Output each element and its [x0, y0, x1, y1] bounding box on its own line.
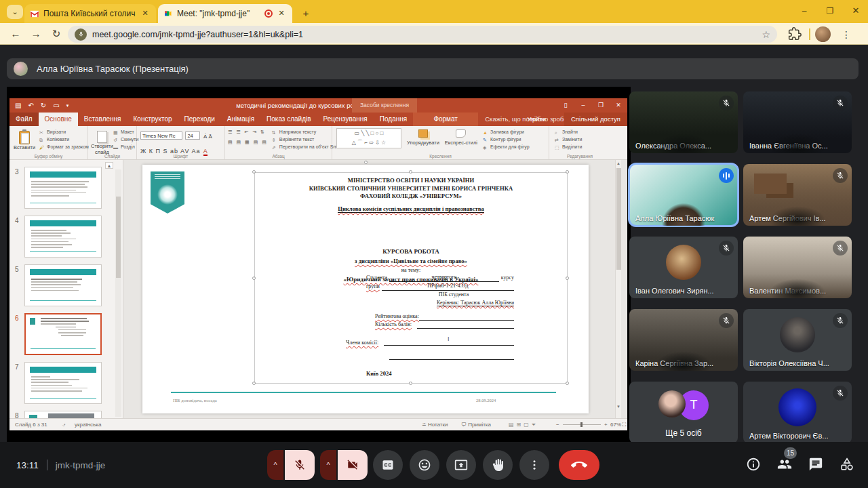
ppt-tab-transitions[interactable]: Переходи [178, 113, 221, 126]
ppt-tab-slideshow[interactable]: Показ слайдів [260, 113, 317, 126]
shapes-gallery[interactable]: ▭ ╲ ╲ □ ○ □ △ ⌒ ⌐ ⇨ ⇩ ☆ [336, 128, 401, 148]
slide-thumbnail-8[interactable] [24, 411, 102, 418]
tab-meet-close-icon[interactable]: ✕ [276, 8, 287, 19]
shape-outline-button[interactable]: ✎Контур фігури [483, 136, 530, 143]
font-size-select[interactable]: 24 [185, 131, 200, 140]
bookmark-star-icon[interactable]: ☆ [762, 29, 770, 40]
scroll-down-icon[interactable]: ▼ [616, 405, 621, 409]
new-slide-button[interactable]: Створити слайд [91, 128, 113, 155]
more-options-button[interactable] [519, 450, 549, 480]
zoom-out-icon[interactable]: − [556, 419, 559, 430]
chat-panel-button[interactable] [808, 457, 825, 473]
thumb-collapse-icon[interactable]: ▲ [105, 162, 113, 169]
grow-shrink-font-icons[interactable]: А́ А̌ [203, 134, 212, 140]
thumbnail-scrollbar[interactable] [115, 169, 121, 417]
zoom-slider[interactable] [563, 424, 601, 425]
participant-tile[interactable]: Артем Сергійович Ів... [743, 164, 852, 226]
ppt-tab-animations[interactable]: Анімація [221, 113, 260, 126]
fit-slide-icon[interactable]: ⛶ [622, 419, 626, 430]
layout-button[interactable]: ▦Макет [113, 128, 139, 136]
url-text[interactable]: meet.google.com/jmk-tpmd-jje?authuser=1&… [92, 30, 757, 39]
raise-hand-button[interactable] [483, 450, 513, 480]
participant-tile[interactable]: Артем Вікторович Єв... [743, 382, 852, 443]
replace-button[interactable]: ⇄Замінити [555, 136, 610, 143]
slide-thumbnail-3[interactable] [24, 167, 102, 209]
ppt-restore-button[interactable]: ❐ [592, 98, 610, 113]
ppt-tab-view[interactable]: Подання [374, 113, 413, 126]
language-indicator[interactable]: українська [75, 419, 101, 430]
browser-menu-icon[interactable]: ⋮ [840, 26, 853, 43]
participant-tile-speaking[interactable]: Алла Юріївна Тарасюк [629, 164, 738, 226]
copy-button[interactable]: ⧉Копіювати [39, 136, 89, 143]
more-participants-tile[interactable]: T Ще 5 осіб [629, 382, 738, 443]
view-buttons[interactable]: ▤⊞▢⏷ [509, 419, 538, 430]
profile-avatar[interactable] [815, 26, 831, 42]
slide-thumbnail-5[interactable] [24, 264, 102, 306]
end-call-button[interactable] [559, 450, 599, 480]
forward-button[interactable]: → [27, 26, 45, 42]
ppt-sign-in[interactable]: Увійти [527, 113, 546, 126]
canvas-scrollbar[interactable]: ▲ ▼ [615, 160, 621, 418]
shape-fill-button[interactable]: ▲Заливка фігури [483, 128, 530, 136]
notes-button[interactable]: ≐ Нотатки [422, 419, 448, 430]
participant-tile[interactable]: Олександра Олекса... [629, 92, 738, 153]
participant-tile[interactable]: Каріна Сергіївна Зар... [629, 309, 738, 371]
cut-button[interactable]: ✂Вирізати [39, 128, 89, 136]
reactions-button[interactable] [410, 450, 439, 480]
address-bar[interactable]: meet.google.com/jmk-tpmd-jje?authuser=1&… [68, 26, 777, 43]
ppt-tab-format[interactable]: Формат [413, 113, 478, 126]
ppt-minimize-button[interactable]: – [574, 98, 592, 113]
mic-options-chevron-icon[interactable]: ^ [267, 450, 283, 480]
tab-gmail-close-icon[interactable]: ✕ [140, 8, 151, 19]
participant-tile[interactable]: Іван Олегович Зирян... [629, 237, 738, 298]
ppt-tab-review[interactable]: Рецензування [317, 113, 374, 126]
ppt-ribbon-options-icon[interactable]: ▯ [557, 98, 574, 113]
activities-button[interactable] [840, 457, 856, 473]
ppt-tab-design[interactable]: Конструктор [127, 113, 178, 126]
mic-off-button[interactable] [285, 450, 315, 480]
meeting-details-button[interactable] [746, 457, 762, 473]
font-name-select[interactable]: Times New Rc [140, 131, 182, 140]
reset-button[interactable]: ↺Скинути [113, 136, 139, 143]
slide-thumbnail-7[interactable] [24, 362, 102, 404]
zoom-level[interactable]: 67% [610, 419, 621, 430]
ppt-tab-home[interactable]: Основне [39, 113, 78, 126]
participant-tile[interactable]: Валентин Максимов... [743, 237, 852, 298]
participant-tile[interactable]: Іванна Євгеніївна Ос... [743, 92, 852, 153]
ppt-tab-file[interactable]: Файл [9, 113, 39, 126]
tab-gmail[interactable]: Пошта Київський столичний у ✕ [24, 4, 156, 23]
scroll-up-icon[interactable]: ▲ [616, 160, 621, 167]
tab-meet[interactable]: Meet: "jmk-tpmd-jje" ✕ [158, 4, 292, 23]
window-minimize-button[interactable]: – [791, 0, 818, 23]
reload-button[interactable]: ↻ [47, 26, 65, 42]
spellcheck-icon[interactable]: ⍻ [62, 419, 65, 430]
list-indent-buttons[interactable]: ☰ ☰ ⇤ ⇥ ⇅ [228, 128, 268, 136]
slide-6[interactable]: МІНІСТЕРСТВО ОСВІТИ І НАУКИ УКРАЇНИ КИЇВ… [142, 165, 589, 413]
zoom-in-icon[interactable]: + [604, 419, 608, 430]
present-button[interactable] [446, 450, 476, 480]
extensions-icon[interactable] [788, 27, 803, 42]
captions-button[interactable] [373, 450, 403, 480]
slide-thumbnail-panel[interactable]: ▲ 3 4 5 [9, 160, 123, 418]
shape-effects-button[interactable]: ◈Ефекти для фігур [483, 143, 530, 150]
camera-off-button[interactable] [338, 450, 368, 480]
select-button[interactable]: ⬚Виділити [555, 143, 610, 150]
ppt-close-button[interactable]: ✕ [610, 98, 627, 113]
new-tab-button[interactable]: + [298, 6, 313, 21]
back-button[interactable]: ← [7, 26, 24, 42]
paste-button[interactable]: Вставити [14, 128, 35, 150]
arrange-button[interactable]: Упорядкувати [407, 126, 439, 146]
participant-tile[interactable]: Вікторія Олексіївна Ч... [743, 309, 852, 371]
window-close-button[interactable]: ✕ [842, 0, 868, 23]
ppt-share-button[interactable]: Спільний доступ [564, 113, 627, 126]
section-button[interactable]: ▬Розділ [113, 143, 139, 150]
slide-thumbnail-4[interactable] [24, 216, 102, 258]
tab-search-chevron-icon[interactable]: ⌄ [7, 5, 23, 19]
window-maximize-button[interactable]: ❐ [816, 0, 844, 23]
slide-thumbnail-6-selected[interactable] [24, 313, 102, 355]
quick-styles-button[interactable]: Експрес-стилі [445, 126, 477, 146]
alignment-buttons[interactable]: ▤ ▤ ▦ ▤ ▤ [228, 138, 268, 146]
format-painter-button[interactable]: 🖌Формат за зразком [39, 143, 89, 150]
people-panel-button[interactable]: 15 [777, 457, 793, 473]
comments-button[interactable]: 🗩 Примітка [461, 419, 491, 430]
